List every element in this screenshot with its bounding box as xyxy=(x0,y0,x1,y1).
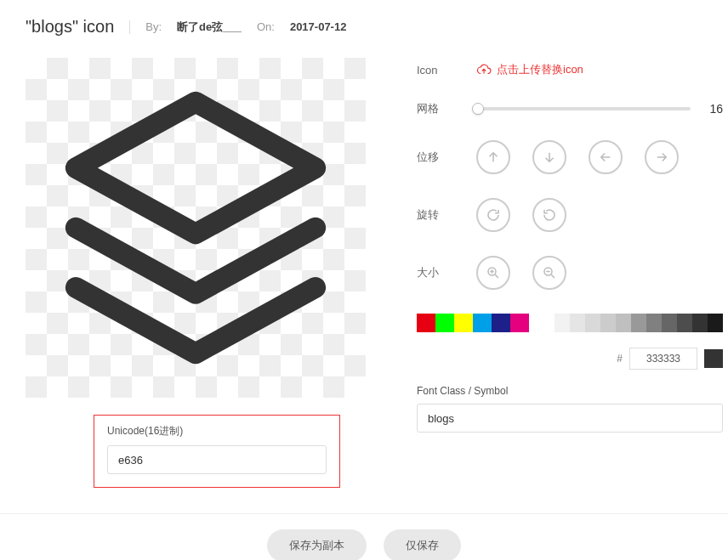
rotate-ccw-icon xyxy=(542,207,557,223)
zoom-in-button[interactable] xyxy=(476,256,510,290)
upload-icon-link[interactable]: 点击上传替换icon xyxy=(476,62,583,77)
move-right-button[interactable] xyxy=(645,140,679,174)
color-swatch[interactable] xyxy=(510,314,529,332)
hex-prefix: # xyxy=(617,353,623,365)
save-as-copy-button[interactable]: 保存为副本 xyxy=(267,529,367,560)
fontclass-section: Font Class / Symbol xyxy=(417,385,723,433)
arrow-down-icon xyxy=(542,150,557,165)
upload-text: 点击上传替换icon xyxy=(497,62,583,77)
move-up-button[interactable] xyxy=(476,140,510,174)
author-name: 断了de弦___ xyxy=(177,20,242,35)
color-swatch[interactable] xyxy=(417,314,435,332)
grid-value: 16 xyxy=(702,102,723,116)
grid-slider-thumb[interactable] xyxy=(472,103,484,115)
gray-swatch[interactable] xyxy=(708,314,723,332)
gray-swatch[interactable] xyxy=(662,314,677,332)
color-swatch[interactable] xyxy=(473,314,492,332)
hex-preview-swatch xyxy=(704,349,723,368)
gray-swatch[interactable] xyxy=(646,314,662,332)
grid-row-label: 网格 xyxy=(417,101,476,116)
arrow-left-icon xyxy=(598,150,613,165)
unicode-label: Unicode(16进制) xyxy=(107,424,327,438)
icon-canvas[interactable] xyxy=(26,58,366,398)
gray-swatch[interactable] xyxy=(677,314,692,332)
save-only-button[interactable]: 仅保存 xyxy=(384,529,461,560)
gray-swatch[interactable] xyxy=(600,314,616,332)
blogs-icon xyxy=(46,78,345,377)
divider xyxy=(129,20,130,34)
rotate-ccw-button[interactable] xyxy=(532,198,566,232)
unicode-section: Unicode(16进制) xyxy=(94,415,340,488)
footer-actions: 保存为副本 仅保存 xyxy=(0,513,728,560)
offset-row-label: 位移 xyxy=(417,150,476,165)
color-swatch[interactable] xyxy=(435,314,454,332)
color-palette xyxy=(417,314,723,332)
gray-swatch[interactable] xyxy=(585,314,600,332)
gray-swatch[interactable] xyxy=(555,314,570,332)
gray-swatch[interactable] xyxy=(570,314,585,332)
fontclass-input[interactable] xyxy=(417,404,723,433)
rotate-cw-icon xyxy=(486,207,501,223)
page-title: "blogs" icon xyxy=(26,17,114,37)
gray-swatch[interactable] xyxy=(631,314,646,332)
color-swatch[interactable] xyxy=(492,314,510,332)
rotate-cw-button[interactable] xyxy=(476,198,510,232)
move-down-button[interactable] xyxy=(532,140,566,174)
gray-swatch[interactable] xyxy=(616,314,631,332)
icon-row-label: Icon xyxy=(417,64,476,76)
rotate-row-label: 旋转 xyxy=(417,207,476,223)
arrow-up-icon xyxy=(486,150,501,165)
move-left-button[interactable] xyxy=(589,140,623,174)
on-label: On: xyxy=(257,20,275,33)
by-label: By: xyxy=(145,20,162,33)
zoom-in-icon xyxy=(486,265,501,280)
size-row-label: 大小 xyxy=(417,265,476,280)
gray-swatch[interactable] xyxy=(539,314,555,332)
zoom-out-icon xyxy=(542,265,557,280)
gray-swatch[interactable] xyxy=(692,314,708,332)
svg-marker-0 xyxy=(76,102,316,234)
color-swatch[interactable] xyxy=(454,314,473,332)
cloud-upload-icon xyxy=(476,62,492,77)
fontclass-label: Font Class / Symbol xyxy=(417,385,723,397)
created-date: 2017-07-12 xyxy=(290,20,347,33)
zoom-out-button[interactable] xyxy=(532,256,566,290)
page-header: "blogs" icon By: 断了de弦___ On: 2017-07-12 xyxy=(26,17,702,37)
grid-slider[interactable] xyxy=(476,107,691,110)
unicode-input[interactable] xyxy=(107,445,327,474)
arrow-right-icon xyxy=(654,150,669,165)
hex-input[interactable] xyxy=(629,348,697,370)
